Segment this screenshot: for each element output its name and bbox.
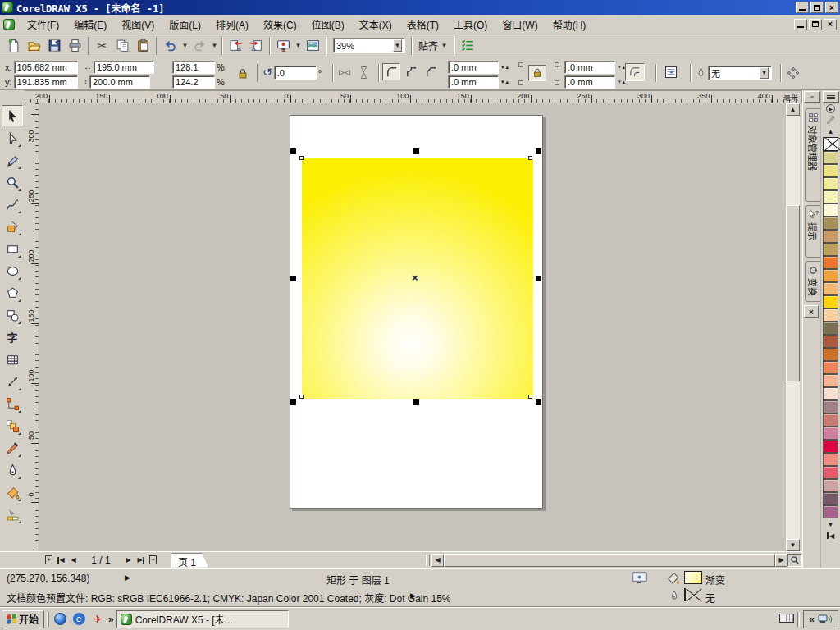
freehand-tool[interactable] bbox=[2, 194, 23, 215]
menu-item-2[interactable]: 视图(V) bbox=[114, 15, 162, 34]
ellipse-tool[interactable] bbox=[2, 260, 23, 281]
palette-eyedropper-icon[interactable] bbox=[823, 114, 839, 126]
text-tool[interactable]: 字 bbox=[2, 326, 23, 348]
color-swatch-10[interactable] bbox=[823, 282, 838, 295]
color-swatch-22[interactable] bbox=[823, 440, 838, 453]
application-launcher-button[interactable] bbox=[273, 36, 294, 56]
color-swatch-8[interactable] bbox=[823, 256, 838, 269]
color-swatch-14[interactable] bbox=[823, 335, 838, 348]
vertical-scrollbar[interactable]: ▲ ▼ bbox=[786, 103, 800, 551]
color-swatch-24[interactable] bbox=[823, 466, 838, 479]
first-page-button[interactable]: ◀ bbox=[55, 554, 67, 567]
scroll-right-button[interactable]: ▶ bbox=[775, 554, 788, 567]
scalloped-corner-button[interactable] bbox=[402, 63, 420, 80]
color-swatch-23[interactable] bbox=[823, 453, 838, 466]
corner-tr-spinner[interactable]: ▾ ▴ bbox=[618, 64, 625, 71]
next-page-button[interactable]: ▶ bbox=[122, 554, 135, 567]
menu-item-4[interactable]: 排列(A) bbox=[208, 15, 256, 34]
undo-button[interactable] bbox=[160, 36, 180, 56]
corner-radius-tl-field[interactable]: .0 mm bbox=[448, 61, 499, 74]
round-corner-button[interactable] bbox=[382, 63, 400, 80]
selection-handle-middle-left[interactable] bbox=[290, 276, 296, 281]
color-swatch-15[interactable] bbox=[823, 348, 838, 361]
keyboard-layout-icon[interactable] bbox=[779, 614, 794, 625]
rotation-angle-field[interactable]: .0 bbox=[274, 66, 317, 80]
menu-item-3[interactable]: 版面(L) bbox=[162, 15, 208, 34]
palette-expand-button[interactable]: ◀ bbox=[823, 530, 839, 541]
object-height-field[interactable]: 200.0 mm bbox=[89, 75, 150, 89]
menu-item-8[interactable]: 表格(T) bbox=[399, 15, 446, 34]
color-swatch-12[interactable] bbox=[823, 308, 838, 322]
corner-tl-spinner[interactable]: ▾ ▴ bbox=[501, 64, 509, 71]
corner-radius-bl-field[interactable]: .0 mm bbox=[448, 75, 499, 89]
color-swatch-7[interactable] bbox=[823, 243, 838, 256]
menu-item-1[interactable]: 编辑(E) bbox=[66, 15, 114, 34]
fill-tool[interactable] bbox=[2, 482, 23, 503]
coreldraw-task-button[interactable]: CorelDRAW X5 - [未... bbox=[116, 610, 289, 628]
blend-tool[interactable] bbox=[2, 415, 23, 436]
wrap-paragraph-text-button[interactable] bbox=[661, 63, 681, 81]
selection-handle-top-left[interactable] bbox=[290, 148, 296, 154]
corner-node-tl[interactable] bbox=[299, 156, 304, 160]
coords-flyout-icon[interactable]: ▶ bbox=[125, 573, 130, 582]
mirror-vertical-button[interactable]: ▷◁ bbox=[356, 65, 372, 81]
table-tool[interactable] bbox=[2, 349, 23, 370]
docker-tab-transform[interactable]: 变换 bbox=[805, 261, 820, 302]
vertical-scroll-thumb[interactable] bbox=[786, 205, 800, 381]
straight-line-connector-tool[interactable] bbox=[2, 393, 23, 414]
outline-width-combo[interactable]: 无 ▼ bbox=[708, 66, 772, 80]
doc-restore-button[interactable] bbox=[809, 19, 822, 30]
welcome-screen-button[interactable] bbox=[303, 36, 323, 56]
open-button[interactable] bbox=[24, 36, 44, 56]
color-swatch-11[interactable] bbox=[823, 295, 838, 308]
no-color-swatch[interactable] bbox=[823, 137, 838, 151]
menu-item-5[interactable]: 效果(C) bbox=[256, 15, 304, 34]
color-swatch-3[interactable] bbox=[823, 190, 838, 203]
menu-item-11[interactable]: 帮助(H) bbox=[546, 15, 594, 34]
corner-radius-tr-field[interactable]: .0 mm bbox=[564, 61, 615, 74]
basic-shapes-tool[interactable] bbox=[2, 304, 23, 326]
restore-button[interactable] bbox=[810, 2, 824, 13]
color-swatch-2[interactable] bbox=[823, 177, 838, 190]
zoom-dropdown-icon[interactable]: ▼ bbox=[393, 39, 402, 52]
scale-horizontal-field[interactable]: 128.1 bbox=[172, 61, 215, 74]
selection-handle-bottom-right[interactable] bbox=[536, 399, 541, 405]
network-status-icon[interactable] bbox=[818, 614, 833, 625]
color-swatch-16[interactable] bbox=[823, 361, 838, 374]
rectangle-tool[interactable] bbox=[2, 238, 23, 259]
color-swatch-19[interactable] bbox=[823, 400, 838, 413]
color-eyedropper-tool[interactable] bbox=[2, 437, 23, 459]
last-page-button[interactable]: ▶ bbox=[135, 554, 147, 567]
print-button[interactable] bbox=[65, 36, 85, 56]
corner-node-br[interactable] bbox=[528, 395, 532, 399]
minimize-button[interactable] bbox=[796, 2, 809, 13]
horizontal-ruler[interactable]: 20015010050050100150200250300350400 毫米 bbox=[25, 90, 802, 103]
color-swatch-20[interactable] bbox=[823, 413, 838, 427]
selection-handle-bottom-left[interactable] bbox=[290, 399, 296, 405]
doc-close-button[interactable]: × bbox=[824, 19, 837, 30]
cut-button[interactable]: ✂ bbox=[92, 36, 112, 56]
mirror-horizontal-button[interactable]: ▷◁ bbox=[336, 65, 353, 81]
color-swatch-5[interactable] bbox=[823, 217, 838, 230]
selection-handle-top-center[interactable] bbox=[413, 148, 419, 154]
fill-color-swatch[interactable] bbox=[684, 571, 702, 584]
color-swatch-27[interactable] bbox=[823, 505, 838, 518]
convert-to-curves-button[interactable] bbox=[784, 65, 802, 81]
lock-ratio-button[interactable] bbox=[236, 66, 249, 80]
coreldraw-app-icon[interactable] bbox=[2, 2, 13, 13]
color-proof-icon[interactable] bbox=[632, 572, 647, 584]
menu-item-9[interactable]: 工具(O) bbox=[446, 15, 495, 34]
relative-corner-scaling-button[interactable] bbox=[625, 63, 645, 81]
options-button[interactable] bbox=[458, 36, 478, 56]
palette-scroll-down-button[interactable]: ▼ bbox=[823, 518, 839, 530]
scroll-down-button[interactable]: ▼ bbox=[786, 539, 800, 551]
new-document-button[interactable] bbox=[3, 36, 24, 56]
scrollbar-splitter[interactable] bbox=[426, 555, 430, 566]
color-swatch-17[interactable] bbox=[823, 374, 838, 387]
redo-button[interactable] bbox=[189, 36, 210, 56]
smart-fill-tool[interactable] bbox=[2, 216, 23, 237]
x-position-field[interactable]: 105.682 mm bbox=[14, 61, 78, 74]
pick-tool[interactable] bbox=[2, 105, 23, 126]
menu-item-7[interactable]: 文本(X) bbox=[352, 15, 399, 34]
color-swatch-25[interactable] bbox=[823, 479, 838, 492]
